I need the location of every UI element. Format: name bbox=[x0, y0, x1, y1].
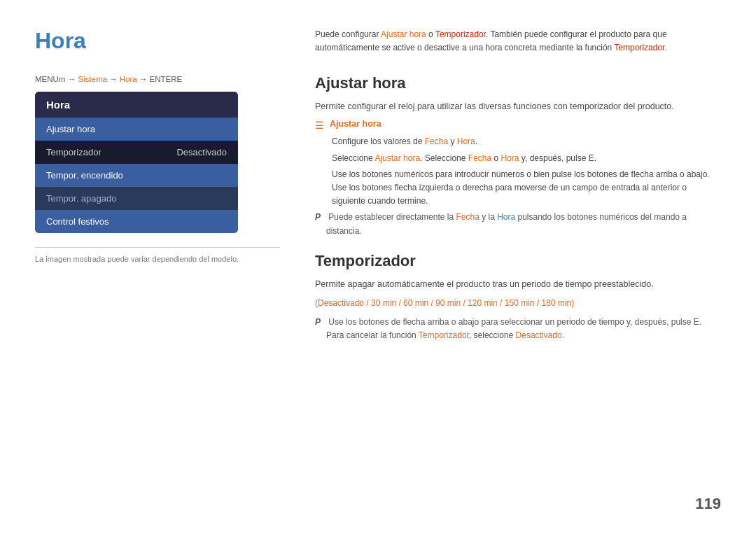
link-desactivado: Desactivado bbox=[516, 330, 562, 340]
timer-options: (Desactivado / 30 min / 60 min / 90 min … bbox=[315, 297, 721, 310]
link-fecha2: Fecha bbox=[468, 153, 491, 163]
intro-link-temporizador2: Temporizador bbox=[614, 43, 664, 52]
menu-icon: ☰ bbox=[315, 120, 324, 131]
section-desc-temporizador: Permite apagar automáticamente el produc… bbox=[315, 277, 721, 291]
menu-item-ajustar-hora[interactable]: Ajustar hora bbox=[35, 118, 238, 141]
section-title-ajustar-hora: Ajustar hora bbox=[315, 74, 721, 92]
link-temporizador3: Temporizador bbox=[419, 330, 469, 340]
sub-item-2: Seleccione Ajustar hora. Seleccione Fech… bbox=[315, 152, 721, 165]
divider bbox=[35, 247, 280, 248]
menu-item-temporizador[interactable]: Temporizador Desactivado bbox=[35, 141, 238, 164]
intro-text: Puede configurar Ajustar hora o Temporiz… bbox=[315, 28, 721, 55]
sub-item-3: Use los botones numéricos para introduci… bbox=[315, 168, 721, 209]
breadcrumb: MENUm → Sistema → Hora → ENTERE bbox=[35, 75, 280, 83]
icon-label-ajustar-hora: Ajustar hora bbox=[330, 119, 382, 129]
tv-menu: Hora Ajustar hora Temporizador Desactiva… bbox=[35, 92, 238, 233]
p-note-ajustar-hora: Puede establecer directamente la Fecha y… bbox=[315, 211, 721, 237]
icon-item-ajustar-hora: ☰ Ajustar hora bbox=[315, 119, 721, 131]
page-title: Hora bbox=[35, 28, 280, 54]
link-fecha3: Fecha bbox=[456, 212, 479, 222]
image-note: La imagen mostrada puede variar dependie… bbox=[35, 255, 280, 263]
menu-item-tempor-apagado[interactable]: Tempor. apagado bbox=[35, 187, 238, 210]
right-column: Puede configurar Ajustar hora o Temporiz… bbox=[301, 28, 721, 506]
breadcrumb-hora: Hora bbox=[120, 75, 137, 83]
link-ajustar-hora2: Ajustar hora bbox=[374, 153, 420, 163]
link-fecha: Fecha bbox=[425, 136, 448, 146]
sub-item-1: Configure los valores de Fecha y Hora. bbox=[315, 135, 721, 148]
left-column: Hora MENUm → Sistema → Hora → ENTERE Hor… bbox=[35, 28, 301, 506]
page-number: 119 bbox=[695, 495, 721, 513]
link-hora3: Hora bbox=[497, 212, 515, 222]
tv-menu-header: Hora bbox=[35, 92, 238, 118]
link-hora: Hora bbox=[457, 136, 475, 146]
menu-item-tempor-encendido[interactable]: Tempor. encendido bbox=[35, 164, 238, 187]
section-title-temporizador: Temporizador bbox=[315, 252, 721, 270]
intro-link-temporizador: Temporizador bbox=[435, 29, 486, 39]
link-hora2: Hora bbox=[501, 153, 519, 163]
p-note-temporizador: Use los botones de flecha arriba o abajo… bbox=[315, 316, 721, 342]
breadcrumb-sistema: Sistema bbox=[78, 75, 107, 83]
intro-link-ajustar-hora: Ajustar hora bbox=[381, 29, 426, 39]
menu-item-control-festivos[interactable]: Control festivos bbox=[35, 210, 238, 233]
section-desc-ajustar-hora: Permite configurar el reloj para utiliza… bbox=[315, 99, 721, 113]
